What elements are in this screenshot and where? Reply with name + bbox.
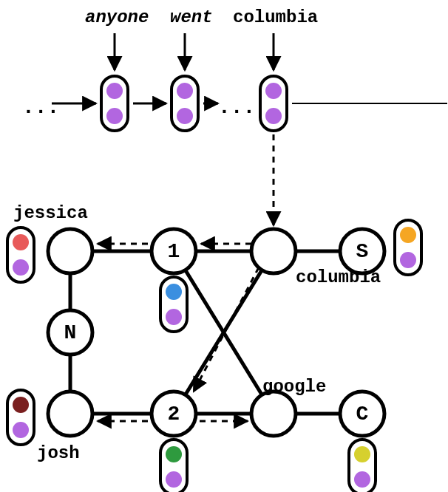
svg-point-32 (166, 471, 182, 488)
svg-point-22 (166, 284, 182, 300)
ellipsis-left: ... (22, 96, 59, 119)
diagram-svg: 1 S N 2 C (0, 0, 448, 492)
svg-point-29 (13, 422, 29, 438)
capsule-josh (7, 390, 34, 445)
svg-point-31 (166, 446, 182, 462)
capsule-seq2 (172, 76, 198, 131)
node-C-text: C (356, 403, 369, 426)
token-went: went (170, 7, 213, 27)
capsule-C (349, 440, 376, 492)
dot (265, 108, 282, 124)
svg-point-23 (166, 309, 182, 325)
capsule-seq3 (260, 76, 287, 131)
svg-point-19 (13, 234, 29, 250)
label-jessica: jessica (13, 203, 88, 223)
dot (177, 108, 193, 124)
capsule-S (395, 220, 421, 275)
dot (106, 83, 123, 99)
node-jessica (48, 229, 92, 273)
svg-point-26 (400, 252, 416, 268)
node-josh (48, 392, 92, 436)
label-josh: josh (37, 443, 80, 463)
graph-nodes: 1 S N 2 C (48, 229, 384, 436)
node-one-text: 1 (168, 240, 180, 263)
ellipsis-right: ... (218, 96, 255, 119)
svg-point-35 (354, 471, 370, 488)
label-google: google (262, 377, 326, 397)
node-google (251, 392, 296, 436)
node-two-text: 2 (168, 403, 180, 426)
svg-point-34 (354, 446, 370, 462)
dot (106, 108, 123, 124)
svg-point-25 (400, 227, 416, 243)
capsule-two (160, 440, 187, 492)
node-N-text: N (64, 321, 77, 344)
label-columbia: columbia (296, 267, 381, 287)
dot (177, 83, 193, 99)
svg-point-20 (13, 259, 29, 276)
capsule-one (160, 277, 187, 332)
svg-point-28 (13, 397, 29, 413)
node-S-text: S (356, 240, 369, 263)
token-anyone: anyone (85, 7, 149, 27)
capsule-seq1 (101, 76, 128, 131)
dot (265, 83, 282, 99)
token-columbia: columbia (233, 7, 318, 27)
node-columbia (251, 229, 296, 273)
capsule-jessica (7, 228, 34, 282)
